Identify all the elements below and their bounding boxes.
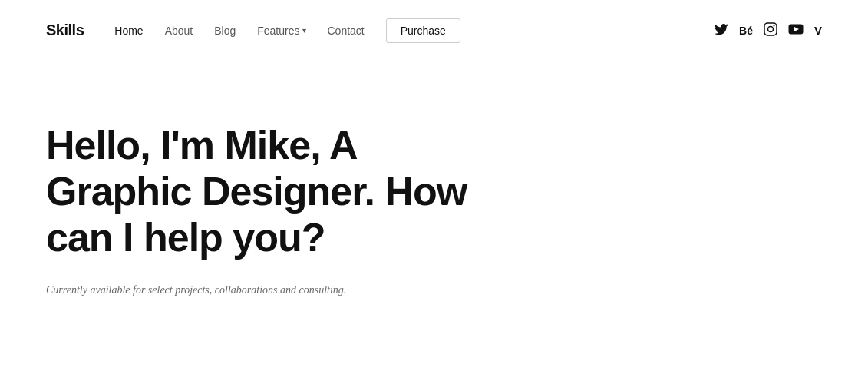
nav-features[interactable]: Features ▾	[257, 25, 305, 37]
nav-blog[interactable]: Blog	[214, 25, 236, 37]
chevron-down-icon: ▾	[302, 26, 306, 35]
youtube-icon[interactable]	[788, 24, 804, 37]
svg-point-2	[773, 25, 774, 27]
instagram-icon[interactable]	[764, 22, 777, 38]
site-logo[interactable]: Skills	[46, 22, 84, 39]
behance-icon[interactable]: Bé	[739, 25, 753, 37]
nav-contact[interactable]: Contact	[328, 25, 365, 37]
svg-point-1	[767, 27, 773, 32]
nav-about[interactable]: About	[165, 25, 193, 37]
vimeo-icon[interactable]: V	[814, 24, 822, 37]
svg-rect-0	[764, 23, 777, 35]
nav-links: Home About Blog Features ▾ Contact Purch…	[114, 18, 715, 43]
twitter-icon[interactable]	[715, 24, 728, 38]
hero-section: Hello, I'm Mike, A Graphic Designer. How…	[0, 61, 868, 346]
main-nav: Skills Home About Blog Features ▾ Contac…	[0, 0, 868, 61]
social-links: Bé V	[715, 22, 822, 38]
hero-subtext: Currently available for select projects,…	[46, 282, 399, 299]
hero-headline: Hello, I'm Mike, A Graphic Designer. How…	[46, 123, 476, 260]
purchase-button[interactable]: Purchase	[386, 18, 460, 43]
nav-home[interactable]: Home	[114, 25, 143, 37]
